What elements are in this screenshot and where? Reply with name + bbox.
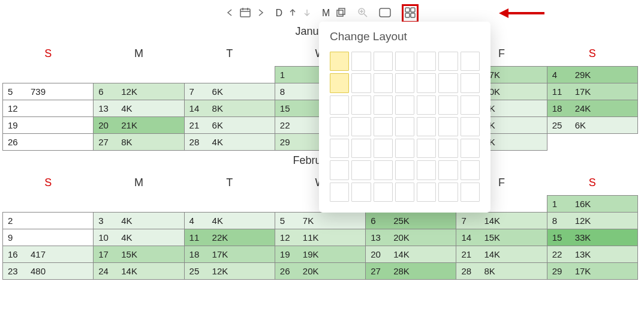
- layout-cell[interactable]: [417, 117, 436, 136]
- layout-cell[interactable]: [395, 52, 414, 71]
- calendar-cell[interactable]: 2620K: [275, 263, 365, 280]
- layout-cell[interactable]: [461, 139, 480, 158]
- layout-cell[interactable]: [351, 52, 371, 71]
- calendar-cell[interactable]: 1122K: [184, 229, 275, 246]
- calendar-cell[interactable]: 1817K: [184, 246, 275, 263]
- calendar-cell[interactable]: 1117K: [547, 83, 637, 100]
- layout-cell[interactable]: [395, 73, 414, 92]
- calendar-cell[interactable]: 2: [3, 213, 94, 229]
- calendar-cell[interactable]: 116K: [547, 196, 637, 213]
- layout-cell[interactable]: [438, 52, 458, 71]
- layout-cell[interactable]: [374, 139, 393, 158]
- calendar-cell[interactable]: 278K: [94, 134, 184, 151]
- calendar-cell[interactable]: 1533K: [547, 229, 637, 246]
- calendar-cell[interactable]: 34K: [94, 213, 184, 229]
- calendar-cell[interactable]: 2512K: [184, 263, 275, 280]
- copy-icon[interactable]: [336, 8, 347, 19]
- calendar-cell[interactable]: 12: [3, 100, 94, 117]
- layout-cell[interactable]: [461, 160, 480, 180]
- layout-cell[interactable]: [438, 117, 458, 136]
- layout-cell[interactable]: [395, 183, 414, 202]
- calendar-cell[interactable]: 625K: [366, 213, 456, 229]
- layout-cell[interactable]: [461, 183, 480, 202]
- layout-cell[interactable]: [330, 139, 349, 158]
- layout-cell[interactable]: [351, 139, 371, 158]
- calendar-cell[interactable]: 2728K: [366, 263, 456, 280]
- calendar-cell[interactable]: 134K: [94, 100, 184, 117]
- layout-cell[interactable]: [351, 95, 371, 115]
- layout-cell[interactable]: [461, 73, 480, 92]
- arrow-up-icon[interactable]: [288, 8, 297, 19]
- layout-cell[interactable]: [438, 73, 458, 92]
- layout-cell[interactable]: [461, 117, 480, 136]
- layout-cell[interactable]: [351, 117, 371, 136]
- layout-cell[interactable]: [417, 139, 436, 158]
- calendar-cell[interactable]: 216K: [184, 117, 275, 134]
- next-button[interactable]: [257, 8, 265, 19]
- layout-cell[interactable]: [395, 139, 414, 158]
- arrow-down-icon[interactable]: [303, 8, 311, 19]
- calendar-cell[interactable]: 2213K: [547, 246, 637, 263]
- calendar-cell[interactable]: 812K: [547, 213, 637, 229]
- calendar-cell[interactable]: 714K: [456, 213, 547, 229]
- layout-cell[interactable]: [374, 183, 393, 202]
- calendar-cell[interactable]: 2114K: [456, 246, 547, 263]
- calendar-cell[interactable]: 5739: [3, 83, 94, 100]
- layout-cell[interactable]: [351, 183, 371, 202]
- change-layout-button[interactable]: [402, 4, 419, 23]
- layout-cell[interactable]: [374, 160, 393, 180]
- prev-button[interactable]: [225, 8, 234, 19]
- layout-cell[interactable]: [438, 160, 458, 180]
- calendar-cell[interactable]: 76K: [184, 83, 275, 100]
- layout-grid[interactable]: [330, 52, 480, 202]
- calendar-cell[interactable]: 1320K: [366, 229, 456, 246]
- calendar-cell[interactable]: 288K: [456, 263, 547, 280]
- layout-cell[interactable]: [417, 73, 436, 92]
- layout-cell[interactable]: [417, 95, 436, 115]
- zoom-in-icon[interactable]: [357, 7, 368, 20]
- calendar-cell[interactable]: 612K: [94, 83, 184, 100]
- layout-cell[interactable]: [374, 95, 393, 115]
- layout-cell[interactable]: [395, 95, 414, 115]
- calendar-cell[interactable]: 2414K: [94, 263, 184, 280]
- layout-cell[interactable]: [330, 73, 349, 92]
- calendar-cell[interactable]: 1211K: [275, 229, 365, 246]
- calendar-cell[interactable]: 429K: [547, 67, 637, 83]
- calendar-cell[interactable]: 1415K: [456, 229, 547, 246]
- calendar-cell[interactable]: 23480: [3, 263, 94, 280]
- layout-cell[interactable]: [374, 52, 393, 71]
- layout-cell[interactable]: [330, 183, 349, 202]
- layout-cell[interactable]: [374, 73, 393, 92]
- layout-cell[interactable]: [330, 160, 349, 180]
- calendar-cell[interactable]: 284K: [184, 134, 275, 151]
- calendar-cell[interactable]: 1715K: [94, 246, 184, 263]
- layout-cell[interactable]: [461, 52, 480, 71]
- calendar-cell[interactable]: 148K: [184, 100, 275, 117]
- calendar-cell[interactable]: 44K: [184, 213, 275, 229]
- layout-cell[interactable]: [461, 95, 480, 115]
- calendar-icon[interactable]: [240, 8, 251, 19]
- calendar-cell[interactable]: 2014K: [366, 246, 456, 263]
- calendar-cell[interactable]: 1919K: [275, 246, 365, 263]
- layout-cell[interactable]: [417, 52, 436, 71]
- layout-cell[interactable]: [374, 117, 393, 136]
- layout-cell[interactable]: [438, 95, 458, 115]
- fullscreen-icon[interactable]: [379, 8, 391, 19]
- calendar-cell[interactable]: 57K: [275, 213, 365, 229]
- layout-cell[interactable]: [395, 117, 414, 136]
- layout-cell[interactable]: [351, 160, 371, 180]
- calendar-cell[interactable]: 19: [3, 117, 94, 134]
- layout-cell[interactable]: [417, 183, 436, 202]
- calendar-cell[interactable]: 104K: [94, 229, 184, 246]
- calendar-cell[interactable]: 9: [3, 229, 94, 246]
- calendar-cell[interactable]: 2917K: [547, 263, 637, 280]
- layout-cell[interactable]: [330, 117, 349, 136]
- layout-cell[interactable]: [351, 73, 371, 92]
- layout-cell[interactable]: [438, 183, 458, 202]
- layout-cell[interactable]: [330, 52, 349, 71]
- layout-cell[interactable]: [395, 160, 414, 180]
- calendar-cell[interactable]: 2021K: [94, 117, 184, 134]
- calendar-cell[interactable]: 256K: [547, 117, 637, 134]
- calendar-cell[interactable]: 1824K: [547, 100, 637, 117]
- layout-cell[interactable]: [330, 95, 349, 115]
